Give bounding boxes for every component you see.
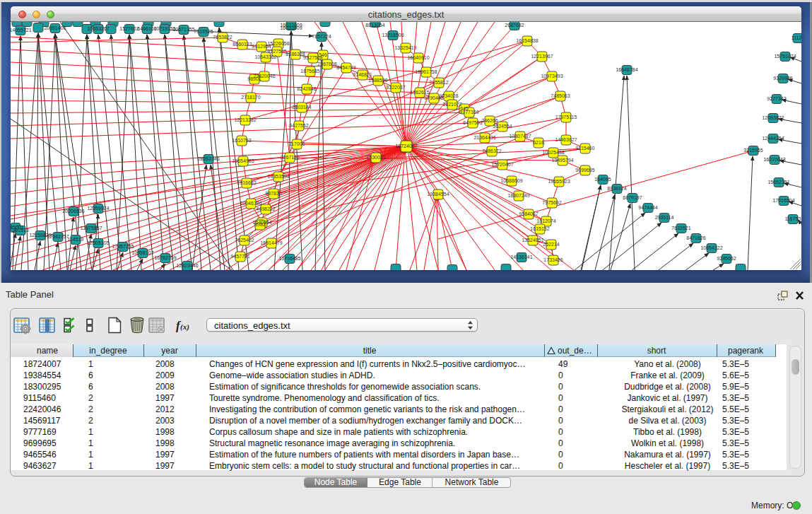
svg-text:10653267: 10653267 <box>87 26 109 31</box>
svg-text:8938924: 8938924 <box>607 186 626 191</box>
svg-text:(x): (x) <box>180 322 189 332</box>
svg-text:2367608: 2367608 <box>317 62 336 66</box>
svg-text:3624554: 3624554 <box>493 124 512 129</box>
svg-text:14353594: 14353594 <box>267 174 289 179</box>
svg-text:117006: 117006 <box>289 141 305 146</box>
svg-text:13524851: 13524851 <box>522 238 543 243</box>
svg-text:7857224: 7857224 <box>312 34 331 39</box>
svg-text:116753: 116753 <box>785 216 801 221</box>
svg-text:10671355: 10671355 <box>172 27 194 32</box>
svg-text:2935114: 2935114 <box>655 215 674 220</box>
svg-text:12213382: 12213382 <box>234 117 256 122</box>
svg-text:7632621: 7632621 <box>671 226 690 230</box>
svg-text:6216: 6216 <box>533 140 544 145</box>
svg-text:7485063: 7485063 <box>551 93 570 98</box>
svg-text:18807249: 18807249 <box>507 193 529 198</box>
svg-text:1530021: 1530021 <box>366 155 385 160</box>
svg-text:8186328: 8186328 <box>286 52 305 57</box>
svg-text:1733426: 1733426 <box>543 257 563 262</box>
svg-text:9115460: 9115460 <box>576 146 595 151</box>
svg-text:19384554: 19384554 <box>427 192 449 197</box>
svg-text:9146821: 9146821 <box>353 72 372 77</box>
svg-text:12923446: 12923446 <box>176 263 198 268</box>
svg-text:16210643: 16210643 <box>763 157 785 162</box>
svg-text:16961758: 16961758 <box>415 69 437 74</box>
svg-text:14136141: 14136141 <box>510 255 532 259</box>
svg-text:20691406: 20691406 <box>44 25 66 30</box>
svg-text:14463627: 14463627 <box>555 137 577 142</box>
svg-text:164095: 164095 <box>594 177 611 182</box>
svg-text:7653822: 7653822 <box>213 35 232 40</box>
svg-text:546: 546 <box>319 52 327 57</box>
svg-text:15720407: 15720407 <box>491 162 513 167</box>
svg-text:16640910: 16640910 <box>407 55 429 60</box>
svg-text:15751074: 15751074 <box>774 54 796 59</box>
svg-text:1610753: 1610753 <box>232 138 251 143</box>
svg-text:8427552: 8427552 <box>289 123 308 128</box>
svg-text:12942757: 12942757 <box>47 234 69 239</box>
svg-text:17016504: 17016504 <box>772 198 794 203</box>
svg-text:10688609: 10688609 <box>500 178 522 183</box>
svg-text:10046786: 10046786 <box>240 201 261 206</box>
svg-text:1362615: 1362615 <box>410 90 429 95</box>
svg-text:11123: 11123 <box>792 35 801 40</box>
svg-text:252214: 252214 <box>543 242 559 247</box>
svg-text:15692351: 15692351 <box>767 180 789 185</box>
svg-text:1588520: 1588520 <box>368 78 387 83</box>
svg-text:12213967: 12213967 <box>531 54 553 59</box>
svg-text:18724007: 18724007 <box>395 144 417 148</box>
svg-text:9777169: 9777169 <box>459 110 478 115</box>
svg-text:391513: 391513 <box>12 228 28 233</box>
svg-text:3267110: 3267110 <box>281 155 300 160</box>
svg-text:7986372: 7986372 <box>482 148 501 153</box>
svg-text:1615152: 1615152 <box>530 226 549 231</box>
svg-text:13325419: 13325419 <box>394 45 416 50</box>
svg-text:1916682: 1916682 <box>237 180 256 185</box>
svg-text:7515525: 7515525 <box>194 29 213 34</box>
svg-text:9457791: 9457791 <box>230 254 249 259</box>
svg-text:10654122: 10654122 <box>700 245 722 250</box>
svg-text:2687682: 2687682 <box>505 23 524 28</box>
svg-text:16154838: 16154838 <box>516 38 538 43</box>
svg-text:16782759: 16782759 <box>154 255 176 260</box>
svg-text:1612074: 1612074 <box>536 218 555 223</box>
svg-text:9327505: 9327505 <box>267 49 286 54</box>
svg-text:8242848: 8242848 <box>297 86 316 91</box>
svg-text:9245652: 9245652 <box>717 256 736 261</box>
svg-text:9699695: 9699695 <box>575 168 594 173</box>
svg-text:10973493: 10973493 <box>541 74 563 78</box>
svg-text:10807487: 10807487 <box>509 134 531 139</box>
svg-text:7625402: 7625402 <box>235 238 254 243</box>
svg-text:13975857: 13975857 <box>80 226 102 230</box>
svg-text:10543362: 10543362 <box>254 54 276 59</box>
svg-text:7975692: 7975692 <box>542 200 561 205</box>
svg-text:8322037: 8322037 <box>386 85 405 90</box>
svg-text:1875685: 1875685 <box>300 69 319 74</box>
svg-text:12505105: 12505105 <box>87 240 109 245</box>
svg-text:9584067: 9584067 <box>519 211 538 216</box>
svg-text:10025438: 10025438 <box>542 150 564 155</box>
svg-text:6497503: 6497503 <box>463 120 482 125</box>
svg-text:9474444: 9474444 <box>638 205 657 210</box>
svg-text:13218506: 13218506 <box>382 33 404 37</box>
svg-text:12093872: 12093872 <box>762 115 784 120</box>
svg-text:8471626: 8471626 <box>686 235 705 240</box>
svg-text:17975115: 17975115 <box>555 115 577 119</box>
svg-text:6879197: 6879197 <box>623 195 642 200</box>
svg-text:19655923: 19655923 <box>548 179 570 184</box>
svg-text:114519: 114519 <box>68 237 84 242</box>
svg-text:13716485: 13716485 <box>278 256 300 261</box>
svg-text:8813054: 8813054 <box>365 23 384 28</box>
svg-text:746266: 746266 <box>481 118 498 123</box>
svg-text:12359924: 12359924 <box>87 206 109 211</box>
svg-text:2718170: 2718170 <box>241 95 260 100</box>
svg-text:19654985: 19654985 <box>232 158 254 163</box>
svg-text:8660123: 8660123 <box>233 42 252 47</box>
svg-text:7955812: 7955812 <box>429 80 448 85</box>
svg-text:20206536: 20206536 <box>62 209 84 214</box>
svg-text:16033809: 16033809 <box>280 25 302 30</box>
svg-text:16914479: 16914479 <box>260 240 282 245</box>
svg-text:9227342: 9227342 <box>767 96 786 101</box>
svg-text:8454749: 8454749 <box>336 65 355 70</box>
svg-text:9329986: 9329986 <box>773 76 792 81</box>
